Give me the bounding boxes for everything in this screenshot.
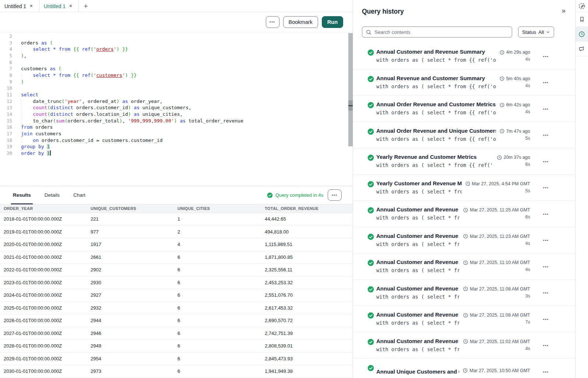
add-tab-button[interactable]: + (79, 0, 93, 12)
history-item-menu-button[interactable]: ••• (541, 53, 552, 59)
code-editor[interactable]: 2 3 orders as ( 4 select * from {{ ref('… (0, 32, 353, 186)
history-item-title: Annual Customer and Revenue Summ... (376, 232, 460, 240)
history-item-menu-button[interactable]: ••• (541, 290, 552, 295)
history-item-menu-button[interactable]: ••• (541, 369, 552, 374)
history-item[interactable]: Annual Order Revenue and Customer Metric… (353, 96, 575, 122)
line-code: count(distinct orders.customer_id) as un… (15, 104, 191, 111)
search-input[interactable] (374, 29, 508, 35)
history-item-menu-button[interactable]: ••• (541, 316, 552, 322)
more-options-button[interactable]: ••• (266, 16, 279, 28)
chevron-down-icon (546, 30, 550, 34)
rail-item-explore[interactable] (575, 0, 588, 12)
scrollbar-cursor-marker (348, 105, 353, 106)
table-cell: 977 (91, 229, 177, 235)
status-filter-dropdown[interactable]: Status All (518, 26, 554, 38)
clock-icon (463, 368, 468, 373)
results-tab-bar: Results Details Chart Query completed in… (0, 186, 353, 204)
rail-item-ai-assistant[interactable] (575, 42, 588, 56)
history-item[interactable]: Annual Customer and Revenue Analysis wit… (353, 201, 575, 227)
line-number: 3 (0, 40, 15, 46)
history-item-duration: 4s (525, 267, 530, 272)
success-check-icon (367, 128, 374, 136)
table-cell: 2018-01-01T00:00:00.000Z (4, 216, 91, 222)
table-cell: 2944 (91, 318, 177, 323)
run-button[interactable]: Run (322, 16, 343, 28)
line-code: orders as ( (15, 40, 53, 46)
history-item-duration: 5s (525, 136, 530, 141)
history-item[interactable]: Annual Customer and Revenue Summary with… (353, 43, 575, 69)
ellipsis-icon: ••• (543, 370, 549, 374)
history-item-menu-button[interactable]: ••• (541, 237, 552, 243)
line-number: 2 (0, 33, 15, 40)
history-item-menu-button[interactable]: ••• (541, 79, 552, 85)
table-cell: 2020-01-01T00:00:00.000Z (4, 242, 91, 247)
history-item-menu-button[interactable]: ••• (541, 342, 552, 348)
editor-tab-untitled-1[interactable]: Untitled 1 ✕ (0, 0, 39, 12)
history-item[interactable]: Annual Order Revenue and Unique Customer… (353, 122, 575, 149)
editor-scrollbar[interactable] (348, 33, 353, 146)
history-item[interactable]: Annual Customer and Revenue Summ... with… (353, 227, 575, 254)
close-tab-icon[interactable]: ✕ (29, 4, 33, 8)
search-icon (366, 29, 372, 35)
editor-tab-untitled-2[interactable]: Untitled 1 ✕ (39, 0, 79, 12)
code-line: 19 group by 1 (0, 143, 353, 150)
history-item-snippet: with orders as ( select * from … (376, 214, 460, 222)
table-cell: 2025-01-01T00:00:00.000Z (4, 305, 91, 311)
table-cell: 2946 (91, 331, 177, 336)
line-code: select * from {{ ref('customers') }} (15, 72, 137, 79)
code-line: 4 select * from {{ ref('orders') }} (0, 46, 353, 53)
history-item[interactable]: Yearly Customer and Revenue Metrics with… (353, 175, 575, 201)
history-item-title: Annual Customer and Revenue Summary (376, 47, 496, 56)
rail-item-query-history[interactable] (575, 27, 588, 42)
history-item-menu-button[interactable]: ••• (541, 185, 552, 190)
code-line: 14 count(distinct orders.location_id) as… (0, 111, 353, 118)
history-item-title: Annual Customer and Revenue Analysis (376, 205, 460, 214)
table-cell: 6 (177, 318, 265, 323)
bookmark-button[interactable]: Bookmark (283, 16, 318, 28)
tab-label: Untitled 1 (4, 3, 26, 9)
tab-results[interactable]: Results (13, 186, 31, 204)
history-item[interactable]: Annual Unique Customers and City A… Mar … (353, 359, 575, 378)
history-item-menu-button[interactable]: ••• (541, 158, 552, 164)
table-cell: 2661 (91, 254, 177, 260)
tab-details[interactable]: Details (45, 186, 60, 204)
close-tab-icon[interactable]: ✕ (69, 4, 72, 8)
line-number: 10 (0, 85, 15, 92)
line-number: 20 (0, 150, 15, 157)
success-check-icon (367, 365, 374, 373)
history-item-title: Annual Customer and Revenue Summ... (376, 284, 460, 293)
history-item[interactable]: Annual Revenue and Customer Summary with… (353, 69, 575, 96)
history-item[interactable]: Annual Customer and Revenue Summ... with… (353, 253, 575, 280)
ellipsis-icon: ••• (543, 318, 549, 321)
history-item-time: Mar 27, 2025, 11:25 AM GMT (470, 207, 530, 213)
history-item[interactable]: Annual Customer and Revenue Summ... with… (353, 332, 575, 359)
collapse-panel-button[interactable]: » (561, 7, 566, 15)
history-item-time: 20m 37s ago (504, 155, 530, 160)
table-cell: 2027-01-01T00:00:00.000Z (4, 331, 91, 336)
table-cell: 2,325,556.11 (265, 267, 353, 272)
history-item-title: Annual Order Revenue and Unique Customer… (376, 126, 496, 135)
history-item-menu-button[interactable]: ••• (541, 106, 552, 111)
line-code (15, 33, 21, 40)
line-code: date_trunc('year', ordered_at) as order_… (15, 98, 163, 105)
history-item-menu-button[interactable]: ••• (541, 211, 552, 217)
search-box[interactable] (362, 26, 512, 38)
results-more-button[interactable]: ••• (328, 189, 342, 201)
table-row: 2030-01-01T00:00:00.000Z297361,941,949.3… (0, 365, 353, 378)
success-check-icon (367, 102, 374, 110)
ellipsis-icon: ••• (543, 186, 549, 190)
rail-item-bookmarks[interactable] (575, 12, 588, 27)
ellipsis-icon: ••• (543, 213, 549, 216)
history-item[interactable]: Annual Customer and Revenue Summ... with… (353, 280, 575, 306)
line-number: 14 (0, 111, 15, 118)
clock-icon (463, 208, 468, 213)
history-item[interactable]: Annual Customer and Revenue Summ... with… (353, 306, 575, 332)
table-cell: 2,808,539.01 (265, 343, 353, 349)
history-item[interactable]: Yearly Revenue and Customer Metrics with… (353, 148, 575, 175)
history-item-menu-button[interactable]: ••• (541, 132, 552, 138)
line-code: customers as ( (15, 65, 61, 72)
code-line: 13 count(distinct orders.customer_id) as… (0, 104, 353, 111)
clock-icon (463, 234, 468, 239)
tab-chart[interactable]: Chart (73, 186, 85, 204)
history-item-menu-button[interactable]: ••• (541, 264, 552, 269)
